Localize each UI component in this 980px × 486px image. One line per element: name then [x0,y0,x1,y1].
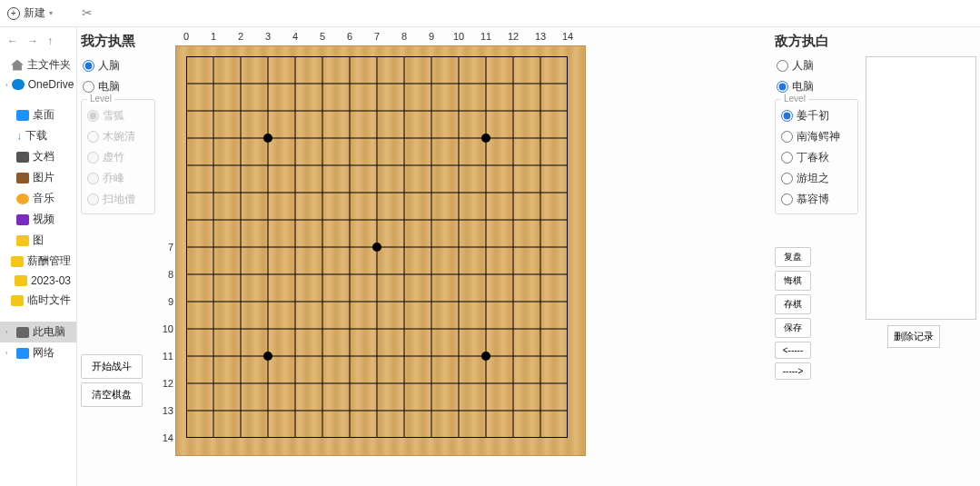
svg-point-31 [263,134,272,143]
black-lvl-3: 乔峰 [85,168,151,189]
folder-icon [11,295,24,306]
network-icon [16,348,29,359]
tree-salary[interactable]: 薪酬管理 [0,251,76,272]
plus-icon: + [7,7,20,20]
tree-desktop[interactable]: 桌面 [0,104,76,125]
tree-tu[interactable]: 图 [0,230,76,251]
white-level-group: Level 姜千初 南海鳄神 丁春秋 游坦之 慕容博 [775,99,858,214]
black-level-label: Level [87,94,114,104]
white-lvl-3[interactable]: 游坦之 [779,168,854,189]
white-human-radio[interactable]: 人脑 [775,55,858,76]
forward-icon[interactable]: → [27,35,38,47]
replay-button[interactable]: 复盘 [775,247,811,267]
folder-icon [15,275,27,286]
up-icon[interactable]: ↑ [47,35,53,47]
black-human-radio[interactable]: 人脑 [81,55,155,76]
cut-icon[interactable]: ✂ [82,5,93,20]
tree-thispc[interactable]: ›此电脑 [0,322,76,342]
desktop-icon [16,110,29,121]
white-lvl-0[interactable]: 姜千初 [779,105,854,126]
document-icon [16,152,29,163]
undo-button[interactable]: 悔棋 [775,271,811,291]
tree-temp[interactable]: 临时文件 [0,290,76,311]
back-icon[interactable]: ← [7,35,18,47]
pc-icon [16,327,29,338]
tree-videos[interactable]: 视频 [0,209,76,230]
download-icon: ↓ [16,130,22,143]
tree-onedrive[interactable]: ›OneDrive - F [0,75,76,94]
svg-point-35 [481,352,490,361]
tree-network[interactable]: ›网络 [0,342,76,363]
tree-documents[interactable]: 文档 [0,146,76,167]
folder-icon [16,235,29,246]
video-icon [16,214,29,225]
white-title: 敌方执白 [775,33,858,50]
white-lvl-1[interactable]: 南海鳄神 [779,126,854,147]
next-button[interactable]: -----> [775,362,811,380]
board-grid [186,56,568,438]
tree-2023[interactable]: 2023-03 [0,272,76,290]
cloud-icon [12,79,25,90]
black-title: 我方执黑 [81,33,155,50]
board-row-labels: 7891011121314 [159,56,175,438]
tree-main-folder[interactable]: 主文件夹 [0,55,76,75]
chevron-down-icon: ▾ [49,9,53,17]
white-lvl-2[interactable]: 丁春秋 [779,147,854,168]
new-label: 新建 [24,5,45,21]
go-board[interactable]: 01234567891011121314 7891011121314 [159,31,586,458]
black-lvl-2: 虚竹 [85,147,151,168]
picture-icon [16,173,29,183]
start-button[interactable]: 开始战斗 [81,354,143,379]
music-icon [16,193,29,204]
savegame-button[interactable]: 存棋 [775,294,811,314]
save-button[interactable]: 保存 [775,318,811,338]
tree-downloads[interactable]: ↓下载 [0,125,76,146]
delete-log-button[interactable]: 删除记录 [887,325,940,348]
black-lvl-1: 木婉清 [85,126,151,147]
clear-button[interactable]: 清空棋盘 [81,382,143,407]
explorer-sidebar: ← → ↑ 主文件夹 ›OneDrive - F 桌面 ↓下载 文档 图片 音乐… [0,27,77,486]
home-icon [11,60,24,71]
black-lvl-0: 雪狐 [85,105,151,126]
log-box[interactable] [866,56,976,320]
new-button[interactable]: + 新建 ▾ [7,5,53,21]
folder-icon [11,256,24,267]
black-level-group: Level 雪狐 木婉清 虚竹 乔峰 扫地僧 [81,99,155,214]
black-lvl-4: 扫地僧 [85,189,151,210]
white-lvl-4[interactable]: 慕容博 [779,189,854,210]
tree-pictures[interactable]: 图片 [0,167,76,188]
white-level-label: Level [781,94,808,104]
svg-point-34 [263,352,272,361]
tree-music[interactable]: 音乐 [0,188,76,209]
prev-button[interactable]: <----- [775,342,811,359]
svg-point-32 [481,134,490,143]
svg-point-33 [372,243,381,252]
